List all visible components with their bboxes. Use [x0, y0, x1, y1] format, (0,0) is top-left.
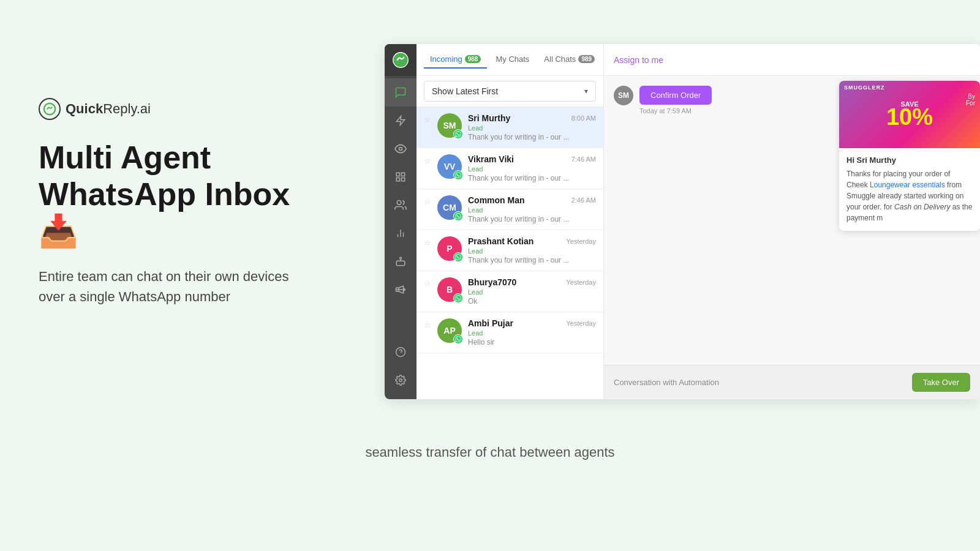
- wa-badge-sm: [453, 129, 463, 139]
- filter-select[interactable]: Show Latest First ▾: [424, 81, 596, 102]
- svg-point-9: [397, 201, 401, 205]
- chat-label-vv: Lead: [468, 165, 596, 173]
- sidebar-item-help[interactable]: [385, 338, 417, 366]
- svg-rect-13: [396, 261, 405, 266]
- sidebar-item-eye[interactable]: [385, 135, 417, 163]
- sidebar-item-chart[interactable]: [385, 219, 417, 247]
- svg-rect-8: [396, 178, 399, 181]
- chat-name-ap: Ambi Pujar: [468, 318, 513, 328]
- hero-subtitle: Entire team can chat on their own device…: [39, 266, 302, 307]
- chat-label-b7: Lead: [468, 288, 596, 296]
- svg-rect-7: [402, 178, 405, 181]
- filter-label: Show Latest First: [432, 86, 498, 96]
- top-nav: Incoming 988 My Chats All Chats 989 All …: [417, 44, 603, 76]
- logo-area: QuickReply.ai: [39, 98, 333, 120]
- chat-info-vv: Vikram Viki 7:46 AM Lead Thank you for w…: [468, 154, 596, 182]
- chat-item-b7[interactable]: ☆ B Bhurya7070 Yesterday Lead Ok: [417, 271, 603, 312]
- star-icon[interactable]: ☆: [424, 156, 431, 165]
- sidebar-item-chat[interactable]: [385, 78, 417, 107]
- chat-item-vv[interactable]: ☆ VV Vikram Viki 7:46 AM Lead Thank you …: [417, 148, 603, 189]
- chat-name-pk: Prashant Kotian: [468, 236, 533, 246]
- star-icon[interactable]: ☆: [424, 238, 431, 247]
- ad-card: SMUGGLERZ SAVE 10% ByFor Hi Sri Murthy T…: [839, 81, 980, 231]
- ad-message: Thanks for placing your order of Cheek L…: [846, 168, 973, 223]
- chat-time-sm: 8:00 AM: [571, 114, 596, 122]
- avatar-pk: P: [437, 236, 462, 261]
- chat-preview-ap: Hello sir: [468, 338, 596, 347]
- avatar-b7: B: [437, 277, 462, 302]
- chat-item-sm[interactable]: ☆ SM Sri Murthy 8:00 AM Lead Thank you f…: [417, 107, 603, 148]
- svg-point-14: [400, 257, 402, 259]
- ad-greeting: Hi Sri Murthy: [846, 156, 973, 165]
- chat-preview-sm: Thank you for writing in - our ...: [468, 133, 596, 141]
- star-icon[interactable]: ☆: [424, 115, 431, 124]
- tab-all-chats[interactable]: All Chats 989: [538, 51, 601, 69]
- chat-info-sm: Sri Murthy 8:00 AM Lead Thank you for wr…: [468, 113, 596, 141]
- chat-item-pk[interactable]: ☆ P Prashant Kotian Yesterday Lead Thank…: [417, 230, 603, 271]
- automation-text: Conversation with Automation: [614, 378, 719, 387]
- chat-time-b7: Yesterday: [566, 279, 596, 286]
- tab-incoming[interactable]: Incoming 988: [424, 51, 487, 69]
- incoming-badge: 988: [465, 55, 481, 63]
- logo-text: QuickReply.ai: [66, 101, 151, 117]
- star-icon[interactable]: ☆: [424, 320, 431, 329]
- avatar-vv: VV: [437, 154, 462, 179]
- svg-rect-5: [396, 173, 399, 176]
- chat-info-ap: Ambi Pujar Yesterday Lead Hello sir: [468, 318, 596, 347]
- confirm-order-button[interactable]: Confirm Order: [639, 86, 712, 105]
- logo-icon: [39, 98, 61, 120]
- chat-time-pk: Yesterday: [566, 238, 596, 245]
- chat-item-ap[interactable]: ☆ AP Ambi Pujar Yesterday Lead Hello sir: [417, 312, 603, 353]
- chat-label-sm: Lead: [468, 124, 596, 132]
- chat-preview-pk: Thank you for writing in - our ...: [468, 256, 596, 264]
- sidebar-item-users[interactable]: [385, 191, 417, 219]
- ad-right-text: ByFor: [966, 93, 975, 107]
- sidebar-bottom: [385, 338, 417, 399]
- sidebar: [385, 44, 417, 399]
- chat-time-ap: Yesterday: [566, 320, 596, 327]
- chat-time-cm: 2:46 AM: [571, 197, 596, 204]
- ad-card-body: Hi Sri Murthy Thanks for placing your or…: [839, 148, 980, 231]
- chat-preview-b7: Ok: [468, 297, 596, 305]
- svg-point-4: [399, 148, 402, 151]
- avatar-cm: CM: [437, 195, 462, 220]
- filter-bar: Show Latest First ▾: [417, 76, 603, 107]
- chat-name-vv: Vikram Viki: [468, 154, 514, 164]
- chat-name-b7: Bhurya7070: [468, 277, 516, 287]
- chat-info-cm: Common Man 2:46 AM Lead Thank you for wr…: [468, 195, 596, 223]
- svg-point-0: [44, 103, 55, 114]
- star-icon[interactable]: ☆: [424, 197, 431, 206]
- chat-label-pk: Lead: [468, 247, 596, 255]
- take-over-button[interactable]: Take Over: [912, 373, 970, 392]
- star-icon[interactable]: ☆: [424, 279, 431, 288]
- chat-item-cm[interactable]: ☆ CM Common Man 2:46 AM Lead Thank you f…: [417, 189, 603, 230]
- wa-badge-cm: [453, 211, 463, 221]
- sidebar-item-bot[interactable]: [385, 247, 417, 276]
- assign-to-me-link[interactable]: Assign to me: [614, 55, 663, 65]
- wa-badge-b7: [453, 293, 463, 303]
- chat-time-vv: 7:46 AM: [571, 156, 596, 163]
- sidebar-item-settings[interactable]: [385, 366, 417, 394]
- sidebar-logo[interactable]: [385, 44, 417, 76]
- ad-brand: SMUGGLERZ: [844, 84, 885, 91]
- wa-badge-ap: [453, 334, 463, 344]
- sidebar-item-megaphone[interactable]: [385, 276, 417, 304]
- chat-preview-vv: Thank you for writing in - our ...: [468, 174, 596, 182]
- chevron-down-icon: ▾: [584, 87, 588, 96]
- tab-my-chats[interactable]: My Chats: [489, 51, 535, 69]
- msg-avatar: SM: [614, 86, 633, 105]
- sidebar-item-grid[interactable]: [385, 163, 417, 191]
- svg-point-21: [399, 379, 402, 382]
- sidebar-item-lightning[interactable]: [385, 107, 417, 135]
- chat-info-b7: Bhurya7070 Yesterday Lead Ok: [468, 277, 596, 305]
- chat-info-pk: Prashant Kotian Yesterday Lead Thank you…: [468, 236, 596, 264]
- chat-view: Assign to me SM Confirm Order Today at 7…: [604, 44, 980, 399]
- svg-marker-3: [396, 116, 405, 126]
- chat-view-header: Assign to me: [604, 44, 980, 76]
- chat-label-cm: Lead: [468, 206, 596, 214]
- chat-preview-cm: Thank you for writing in - our ...: [468, 215, 596, 223]
- ad-card-image: SMUGGLERZ SAVE 10% ByFor: [839, 81, 980, 148]
- automation-bar: Conversation with Automation Take Over: [604, 365, 980, 399]
- avatar-sm: SM: [437, 113, 462, 138]
- svg-rect-6: [402, 173, 405, 176]
